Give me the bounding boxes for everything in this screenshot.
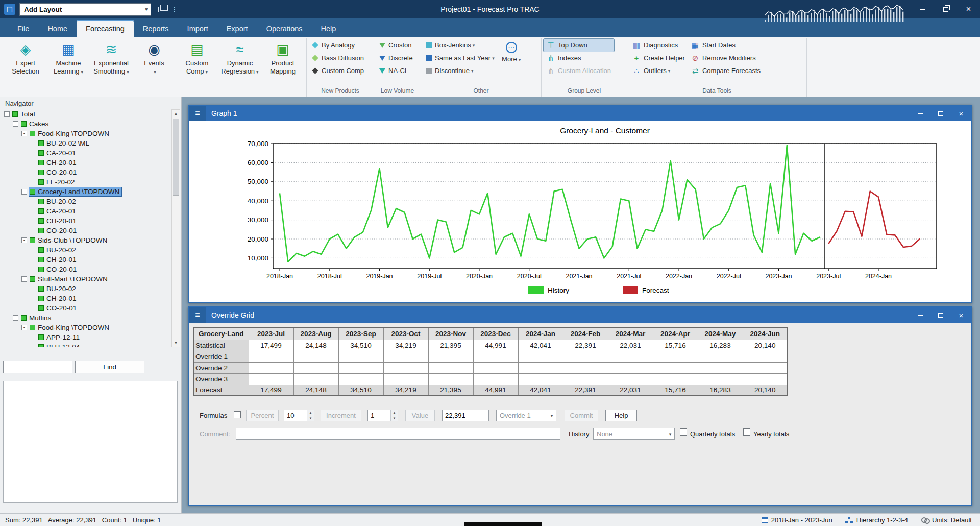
ribbon-button-start-dates[interactable]: ▦Start Dates [688,39,764,52]
tree-item-bu-20-02[interactable]: BU-20-02 [1,284,170,294]
tree-item-bu-20-02[interactable]: BU-20-02 [1,197,170,206]
tree-item-grocery-land[interactable]: -Grocery-Land \TOPDOWN [1,187,170,197]
ribbon-button-by-analogy[interactable]: By Analogy [309,39,367,52]
ribbon-button-custom-comp[interactable]: ▤CustomComp▾ [176,39,218,76]
scrollbar-thumb[interactable] [173,119,179,196]
tab-home[interactable]: Home [38,20,77,37]
tree-item-bu-20-02[interactable]: BU-20-02 [1,245,170,255]
tree-item-ch-20-01[interactable]: CH-20-01 [1,158,170,168]
find-button[interactable]: Find [75,361,144,373]
value-input[interactable] [442,410,489,421]
tree-item-co-20-01[interactable]: CO-20-01 [1,265,170,274]
hierarchy-segment[interactable]: Hierarchy 1-2-3-4 [846,516,908,524]
ribbon-button-dynamic-regression[interactable]: ≈DynamicRegression▾ [218,39,261,76]
tree-item-bu-20-02[interactable]: BU-20-02 \ML [1,138,170,148]
yearly-totals-checkbox[interactable] [743,428,750,436]
ribbon-button-expert-selection[interactable]: ◈ExpertSelection [4,39,47,76]
tree-item-co-20-01[interactable]: CO-20-01 [1,168,170,177]
ribbon-button-discontinue[interactable]: Discontinue▾ [423,64,498,77]
restore-button[interactable] [934,0,957,18]
override-select[interactable]: Override 1 ▾ [496,410,556,421]
tree-item-stuff-mart[interactable]: -Stuff-Mart \TOPDOWN [1,274,170,284]
override-grid-titlebar[interactable]: ≡ Override Grid × [189,307,971,323]
ribbon-button-remove-modifiers[interactable]: ⊘Remove Modifiers [688,52,764,64]
ribbon-button-diagnostics[interactable]: ▥Diagnostics [629,39,688,52]
ribbon-button-top-down[interactable]: ⊤Top Down [544,39,614,52]
ribbon-button-outliers[interactable]: ∴Outliers▾ [629,64,688,77]
ribbon-button-exponential-smoothing[interactable]: ≋ExponentialSmoothing▾ [90,39,133,76]
window-menu-icon[interactable]: ≡ [189,307,206,323]
ribbon-button-discrete[interactable]: Discrete [376,52,416,64]
tree-item-ca-20-01[interactable]: CA-20-01 [1,206,170,216]
ribbon-button-product-mapping[interactable]: ▣ProductMapping [261,39,304,76]
close-button[interactable]: × [951,307,971,323]
tree-item-ca-20-01[interactable]: CA-20-01 [1,148,170,158]
units-segment[interactable]: Units: Default [921,516,972,524]
tree-collapse-icon[interactable]: - [21,131,27,136]
minimize-button[interactable] [911,0,934,18]
close-button[interactable]: × [957,0,980,18]
tree-item-co-20-01[interactable]: CO-20-01 [1,303,170,313]
tree-item-muffins[interactable]: -Muffins [1,313,170,323]
help-button[interactable]: Help [605,410,637,421]
ribbon-button-events[interactable]: ◉Events▾ [133,39,176,76]
minimize-button[interactable] [910,106,930,121]
history-select[interactable]: None ▾ [593,428,675,440]
tab-operations[interactable]: Operations [257,20,312,37]
ribbon-button-na-cl[interactable]: NA-CL [376,64,416,77]
increment-stepper[interactable]: 1 ▲▼ [368,410,398,421]
tree-collapse-icon[interactable]: - [13,121,18,127]
ribbon-button-indexes[interactable]: ⋔Indexes [544,52,614,64]
tab-file[interactable]: File [8,20,38,37]
tree-item-ch-20-01[interactable]: CH-20-01 [1,294,170,303]
tab-forecasting[interactable]: Forecasting [77,20,134,37]
tree-item-food-king[interactable]: -Food-King \TOPDOWN [1,323,170,332]
tree-item-total[interactable]: -Total [1,109,170,119]
tab-export[interactable]: Export [217,20,257,37]
tree-collapse-icon[interactable]: - [21,189,27,195]
ribbon-button-custom-comp[interactable]: Custom Comp [309,64,367,77]
ribbon-button-create-helper[interactable]: +Create Helper [629,52,688,64]
formulas-checkbox[interactable] [234,411,241,418]
tree-item-app-12-11[interactable]: APP-12-11 [1,332,170,342]
tree-item-blu-12-04[interactable]: BLU-12-04 [1,342,170,347]
scroll-down-icon[interactable]: ▼ [172,339,180,347]
tree-scrollbar[interactable]: ▲ ▼ [172,109,180,347]
graph-chart-svg[interactable]: 10,00020,00030,00040,00050,00060,00070,0… [189,121,971,302]
tree-item-ch-20-01[interactable]: CH-20-01 [1,255,170,265]
tree-item-le-20-02[interactable]: LE-20-02 [1,177,170,187]
ribbon-button-machine-learning[interactable]: ▦MachineLearning▾ [47,39,90,76]
tree-item-food-king[interactable]: -Food-King \TOPDOWN [1,129,170,138]
layouts-icon[interactable] [158,7,165,12]
close-button[interactable]: × [951,106,971,121]
graph-window-titlebar[interactable]: ≡ Graph 1 × [189,106,971,121]
ribbon-button-more[interactable]: ⋯More▾ [498,39,525,77]
tab-reports[interactable]: Reports [134,20,178,37]
ribbon-button-compare-forecasts[interactable]: ⇄Compare Forecasts [688,64,764,77]
ribbon-button-box-jenkins[interactable]: Box-Jenkins▾ [423,39,498,52]
quarterly-totals-checkbox[interactable] [680,428,687,436]
find-input[interactable] [3,361,72,373]
titlebar-more-icon[interactable]: ⋮ [172,6,178,13]
scroll-up-icon[interactable]: ▲ [172,110,180,117]
percent-stepper[interactable]: 10 ▲▼ [284,410,314,421]
maximize-button[interactable] [930,106,951,121]
comment-input[interactable] [236,428,560,440]
ribbon-button-croston[interactable]: Croston [376,39,416,52]
tab-import[interactable]: Import [178,20,217,37]
minimize-button[interactable] [910,307,930,323]
stepper-arrows-icon[interactable]: ▲▼ [307,410,314,421]
tree-collapse-icon[interactable]: - [21,276,27,282]
ribbon-button-bass-diffusion[interactable]: Bass Diffusion [309,52,367,64]
tree-item-co-20-01[interactable]: CO-20-01 [1,226,170,235]
tree-collapse-icon[interactable]: - [21,237,27,243]
tab-help[interactable]: Help [312,20,346,37]
tree-collapse-icon[interactable]: - [21,325,27,330]
stepper-arrows-icon[interactable]: ▲▼ [390,410,398,421]
tree-collapse-icon[interactable]: - [4,111,10,117]
tree-item-ch-20-01[interactable]: CH-20-01 [1,216,170,226]
tree-collapse-icon[interactable]: - [13,315,18,321]
window-menu-icon[interactable]: ≡ [189,106,206,121]
date-range-segment[interactable]: 2018-Jan - 2023-Jun [762,516,832,524]
ribbon-button-same-as-last-year[interactable]: Same as Last Year▾ [423,52,498,64]
